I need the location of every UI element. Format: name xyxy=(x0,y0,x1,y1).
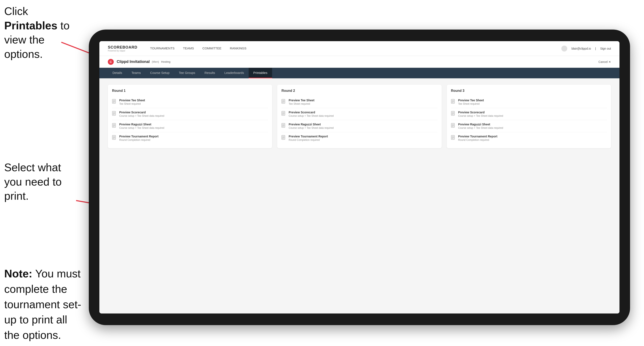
document-icon xyxy=(112,99,117,105)
round1-scorecard[interactable]: Preview Scorecard Course setup + Tee She… xyxy=(112,108,268,120)
scoreboard-logo: SCOREBOARD Powered by clippd xyxy=(108,45,138,52)
round3-raguzzi-title: Preview Raguzzi Sheet xyxy=(458,123,503,126)
round1-tee-sheet-text: Preview Tee Sheet Tee Sheet required xyxy=(119,99,145,105)
round1-report-subtitle: Round Completion required xyxy=(119,139,158,142)
round2-report-text: Preview Tournament Report Round Completi… xyxy=(288,135,328,142)
round2-tee-sheet-subtitle: Tee Sheet required xyxy=(288,102,314,105)
round3-tee-sheet[interactable]: Preview Tee Sheet Tee Sheet required xyxy=(451,96,607,108)
svg-rect-28 xyxy=(282,123,285,128)
round1-raguzzi-text: Preview Raguzzi Sheet Course setup + Tee… xyxy=(119,123,164,129)
round2-tournament-report[interactable]: Preview Tournament Report Round Completi… xyxy=(282,132,437,144)
document-icon-3 xyxy=(112,123,117,129)
round3-tee-sheet-subtitle: Tee Sheet required xyxy=(458,102,484,105)
tablet-frame: SCOREBOARD Powered by clippd TOURNAMENTS… xyxy=(89,29,630,325)
powered-by: Powered by clippd xyxy=(108,50,138,52)
annotation-middle: Select what you need to print. xyxy=(4,161,76,203)
document-icon-2 xyxy=(112,111,117,117)
svg-rect-12 xyxy=(112,123,116,128)
tab-course-setup[interactable]: Course Setup xyxy=(146,68,174,78)
round2-scorecard-title: Preview Scorecard xyxy=(288,111,334,114)
round3-tee-sheet-text: Preview Tee Sheet Tee Sheet required xyxy=(458,99,484,105)
round2-raguzzi-subtitle: Course setup + Tee Sheet data required xyxy=(288,127,334,129)
hosting-badge: Hosting xyxy=(161,60,170,63)
svg-rect-8 xyxy=(112,111,116,116)
nav-committee[interactable]: COMMITTEE xyxy=(202,46,221,51)
round3-raguzzi-subtitle: Course setup + Tee Sheet data required xyxy=(458,127,503,129)
tournament-logo: C xyxy=(108,59,114,65)
round1-raguzzi[interactable]: Preview Raguzzi Sheet Course setup + Tee… xyxy=(112,120,268,132)
nav-teams[interactable]: TEAMS xyxy=(183,46,194,51)
scoreboard-title: SCOREBOARD xyxy=(108,45,138,50)
tab-printables[interactable]: Printables xyxy=(249,68,272,78)
document-icon-8 xyxy=(282,135,286,141)
svg-rect-44 xyxy=(451,123,454,128)
round-1-title: Round 1 xyxy=(112,89,268,93)
round2-tee-sheet-title: Preview Tee Sheet xyxy=(288,99,314,102)
tab-results[interactable]: Results xyxy=(200,68,220,78)
round2-tee-sheet[interactable]: Preview Tee Sheet Tee Sheet required xyxy=(282,96,437,108)
sign-out-link[interactable]: | xyxy=(595,47,596,50)
svg-rect-40 xyxy=(451,111,454,116)
round3-tournament-report[interactable]: Preview Tournament Report Round Completi… xyxy=(451,132,607,144)
annotation-bottom: Note: You must complete the tournament s… xyxy=(4,266,84,343)
round3-tee-sheet-title: Preview Tee Sheet xyxy=(458,99,484,102)
document-icon-6 xyxy=(282,111,286,117)
round1-tee-sheet-subtitle: Tee Sheet required xyxy=(119,102,145,105)
round3-scorecard-text: Preview Scorecard Course setup + Tee She… xyxy=(458,111,503,117)
sign-out-button[interactable]: Sign out xyxy=(600,47,611,50)
round3-raguzzi[interactable]: Preview Raguzzi Sheet Course setup + Tee… xyxy=(451,120,607,132)
round2-scorecard-subtitle: Course setup + Tee Sheet data required xyxy=(288,114,334,117)
nav-tournaments[interactable]: TOURNAMENTS xyxy=(150,46,175,51)
round2-report-subtitle: Round Completion required xyxy=(288,139,328,142)
document-icon-10 xyxy=(451,111,456,117)
round-2-title: Round 2 xyxy=(282,89,437,93)
cancel-button[interactable]: Cancel ✕ xyxy=(598,60,611,64)
round1-raguzzi-subtitle: Course setup + Tee Sheet data required xyxy=(119,127,164,129)
nav-links: TOURNAMENTS TEAMS COMMITTEE RANKINGS xyxy=(150,46,551,51)
note-bold: Note: xyxy=(4,267,32,280)
svg-rect-48 xyxy=(451,135,454,140)
round3-raguzzi-text: Preview Raguzzi Sheet Course setup + Tee… xyxy=(458,123,503,129)
main-content: Round 1 Preview Tee Sheet Tee Sheet requ… xyxy=(99,78,620,314)
rounds-grid: Round 1 Preview Tee Sheet Tee Sheet requ… xyxy=(108,85,611,148)
printables-bold: Printables xyxy=(4,19,57,32)
round1-report-title: Preview Tournament Report xyxy=(119,135,158,138)
round1-tournament-report[interactable]: Preview Tournament Report Round Completi… xyxy=(112,132,268,144)
user-email: blair@clippd.io xyxy=(572,47,591,50)
round2-tee-sheet-text: Preview Tee Sheet Tee Sheet required xyxy=(288,99,314,105)
round2-scorecard[interactable]: Preview Scorecard Course setup + Tee She… xyxy=(282,108,437,120)
tournament-badge: (Men) xyxy=(152,60,159,63)
tab-tee-groups[interactable]: Tee Groups xyxy=(174,68,200,78)
round2-report-title: Preview Tournament Report xyxy=(288,135,328,138)
document-icon-11 xyxy=(451,123,456,129)
round1-scorecard-text: Preview Scorecard Course setup + Tee She… xyxy=(119,111,164,117)
user-avatar xyxy=(561,46,567,51)
document-icon-4 xyxy=(112,135,117,141)
tournament-name: Clippd Invitational xyxy=(117,59,150,64)
round-3-section: Round 3 Preview Tee Sheet Tee Sheet requ… xyxy=(447,85,611,148)
round2-raguzzi[interactable]: Preview Raguzzi Sheet Course setup + Tee… xyxy=(282,120,437,132)
sub-nav: Details Teams Course Setup Tee Groups Re… xyxy=(99,68,620,78)
round3-report-title: Preview Tournament Report xyxy=(458,135,498,138)
tab-teams[interactable]: Teams xyxy=(127,68,146,78)
annotation-top: Click Printables to view the options. xyxy=(4,4,76,61)
svg-rect-16 xyxy=(112,135,116,140)
round-3-title: Round 3 xyxy=(451,89,607,93)
round3-scorecard-subtitle: Course setup + Tee Sheet data required xyxy=(458,114,503,117)
document-icon-5 xyxy=(282,99,286,105)
nav-right: blair@clippd.io | Sign out xyxy=(561,46,611,51)
svg-rect-20 xyxy=(282,99,285,103)
tab-details[interactable]: Details xyxy=(108,68,127,78)
round3-scorecard-title: Preview Scorecard xyxy=(458,111,503,114)
nav-rankings[interactable]: RANKINGS xyxy=(230,46,246,51)
round1-tee-sheet[interactable]: Preview Tee Sheet Tee Sheet required xyxy=(112,96,268,108)
tab-leaderboards[interactable]: Leaderboards xyxy=(220,68,249,78)
round3-scorecard[interactable]: Preview Scorecard Course setup + Tee She… xyxy=(451,108,607,120)
svg-rect-32 xyxy=(282,135,285,140)
round1-raguzzi-title: Preview Raguzzi Sheet xyxy=(119,123,164,126)
round2-scorecard-text: Preview Scorecard Course setup + Tee She… xyxy=(288,111,334,117)
round3-report-text: Preview Tournament Report Round Completi… xyxy=(458,135,498,142)
tournament-header: C Clippd Invitational (Men) Hosting Canc… xyxy=(99,56,620,68)
round3-report-subtitle: Round Completion required xyxy=(458,139,498,142)
svg-rect-24 xyxy=(282,111,285,116)
